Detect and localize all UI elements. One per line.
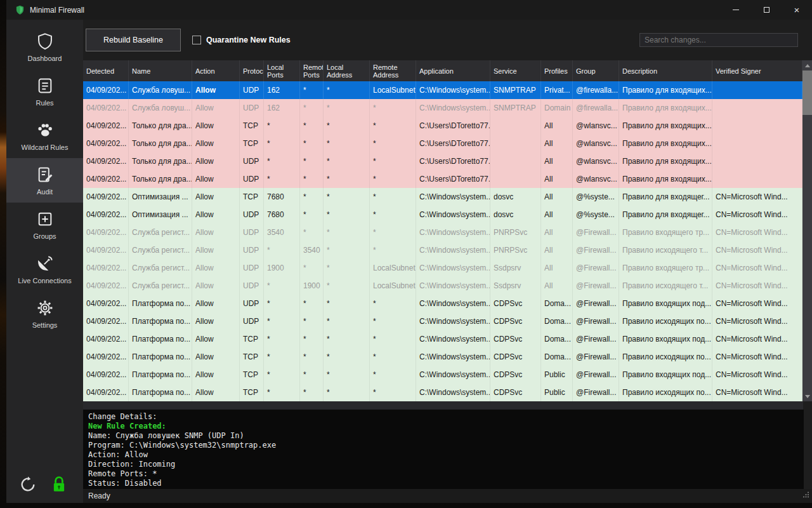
cell-proto: UDP	[240, 295, 264, 312]
column-header[interactable]: Local Ports	[264, 60, 300, 81]
cell-local_ports: *	[264, 152, 300, 170]
cell-description: Правило исходящих по...	[619, 312, 712, 330]
detail-line: Remote Ports: *	[88, 469, 799, 479]
table-row[interactable]: 04/09/202...Служба регист...AllowUDP3540…	[83, 224, 802, 241]
column-header[interactable]: Local Address	[324, 60, 370, 81]
table-body: 04/09/202...Служба ловуш...AllowUDP162**…	[83, 81, 812, 401]
cell-remote_address: *	[370, 312, 416, 330]
cell-action: Allow	[192, 224, 240, 241]
cell-proto: TCP	[240, 366, 264, 384]
group-box-plus-icon	[36, 210, 54, 228]
maximize-icon	[764, 7, 769, 13]
cell-local_address: *	[324, 241, 370, 259]
cell-detected: 04/09/202...	[83, 170, 129, 188]
table-row[interactable]: 04/09/202...Платформа по...AllowUDP****C…	[83, 295, 802, 312]
sidebar-item-audit[interactable]: Audit	[6, 158, 83, 203]
lock-icon[interactable]	[51, 475, 67, 497]
refresh-icon[interactable]	[19, 476, 37, 496]
change-details-panel: Change Details: New Rule Created: Name: …	[83, 410, 804, 489]
cell-remote_address: *	[370, 188, 416, 206]
cell-name: Только для дра...	[129, 170, 192, 188]
column-header[interactable]: Group	[573, 60, 619, 81]
cell-remote_address: *	[370, 117, 416, 135]
table-row[interactable]: 04/09/202...Только для дра...AllowTCP***…	[83, 135, 802, 152]
cell-application: C:\Windows\system...	[416, 259, 490, 277]
cell-detected: 04/09/202...	[83, 295, 129, 312]
cell-name: Оптимизация ...	[129, 206, 192, 224]
sidebar-item-rules[interactable]: Rules	[6, 69, 83, 114]
app-window: Minimal Firewall × Dashboard Rules Wildc…	[6, 0, 812, 503]
sidebar-item-dashboard[interactable]: Dashboard	[6, 25, 83, 69]
table-row[interactable]: 04/09/202...Платформа по...AllowTCP****C…	[83, 330, 802, 348]
sidebar-item-label: Groups	[33, 232, 56, 240]
sidebar-item-live-connections[interactable]: Live Connections	[6, 247, 83, 291]
table-row[interactable]: 04/09/202...Платформа по...AllowTCP****C…	[83, 366, 802, 384]
cell-action: Allow	[192, 295, 240, 312]
column-header[interactable]: Profiles	[541, 60, 573, 81]
cell-application: C:\Windows\system...	[416, 224, 490, 241]
table-row[interactable]: 04/09/202...Только для дра...AllowUDP***…	[83, 170, 802, 188]
cell-group: @Firewall...	[573, 312, 619, 330]
cell-remote_address: LocalSubnet	[370, 259, 416, 277]
scroll-down-icon[interactable]	[802, 391, 812, 401]
detail-line: Action: Allow	[88, 450, 799, 460]
vertical-scrollbar[interactable]	[802, 60, 812, 401]
cell-service: Ssdpsrv	[490, 259, 541, 277]
column-header[interactable]: Protocol	[240, 60, 264, 81]
column-header[interactable]: Description	[619, 60, 712, 81]
table-row[interactable]: 04/09/202...Служба регист...AllowUDP1900…	[83, 259, 802, 277]
table-row[interactable]: 04/09/202...Только для дра...AllowTCP***…	[83, 117, 802, 135]
table-header: DetectedNameActionProtocolLocal PortsRem…	[83, 60, 802, 81]
cell-description: Правило входящих под...	[619, 295, 712, 312]
column-header[interactable]: Verified Signer	[712, 60, 802, 81]
table-row[interactable]: 04/09/202...Служба ловуш...AllowUDP162**…	[83, 99, 802, 117]
table-row[interactable]: 04/09/202...Оптимизация ...AllowUDP7680*…	[83, 206, 802, 224]
column-header[interactable]: Name	[129, 60, 192, 81]
cell-detected: 04/09/202...	[83, 152, 129, 170]
cell-proto: UDP	[240, 152, 264, 170]
rebuild-baseline-button[interactable]: Rebuild Baseline	[86, 29, 181, 51]
scroll-up-icon[interactable]	[802, 60, 812, 70]
app-shield-icon	[15, 5, 25, 15]
horizontal-scrollbar[interactable]	[83, 401, 803, 410]
cell-application: C:\Windows\system...	[416, 330, 490, 348]
cell-signer: CN=Microsoft Wind...	[712, 312, 802, 330]
cell-group: @Firewall...	[573, 366, 619, 384]
column-header[interactable]: Action	[192, 60, 240, 81]
sidebar-item-groups[interactable]: Groups	[6, 203, 83, 247]
sidebar-item-settings[interactable]: Settings	[6, 291, 83, 336]
table-row[interactable]: 04/09/202...Оптимизация ...AllowTCP7680*…	[83, 188, 802, 206]
table-row[interactable]: 04/09/202...Платформа по...AllowTCP****C…	[83, 348, 802, 366]
maximize-button[interactable]	[751, 0, 782, 20]
minimize-button[interactable]	[721, 0, 751, 20]
column-header[interactable]: Application	[416, 60, 490, 81]
cell-local_ports: 7680	[264, 206, 300, 224]
cell-action: Allow	[192, 384, 240, 401]
table-row[interactable]: 04/09/202...Только для дра...AllowUDP***…	[83, 152, 802, 170]
table-row[interactable]: 04/09/202...Служба регист...AllowUDP*190…	[83, 277, 802, 295]
cell-group: @wlansvc...	[573, 170, 619, 188]
column-header[interactable]: Service	[490, 60, 541, 81]
cell-profiles: All	[541, 170, 573, 188]
cell-name: Платформа по...	[129, 384, 192, 401]
cell-profiles: All	[541, 152, 573, 170]
close-button[interactable]: ×	[782, 0, 812, 20]
cell-remote_ports: *	[300, 224, 324, 241]
search-input[interactable]	[639, 33, 798, 47]
column-header[interactable]: Remote Ports	[300, 60, 324, 81]
quarantine-checkbox-row[interactable]: Quarantine New Rules	[192, 36, 291, 44]
table-row[interactable]: 04/09/202...Платформа по...AllowTCP****C…	[83, 384, 802, 401]
table-row[interactable]: 04/09/202...Служба регист...AllowUDP*354…	[83, 241, 802, 259]
sidebar-item-label: Settings	[32, 321, 58, 329]
column-header[interactable]: Detected	[83, 60, 129, 81]
table-row[interactable]: 04/09/202...Служба ловуш...AllowUDP162**…	[83, 81, 802, 99]
sidebar-item-wildcard-rules[interactable]: Wildcard Rules	[6, 114, 83, 158]
scrollbar-thumb[interactable]	[802, 70, 812, 115]
table-row[interactable]: 04/09/202...Платформа по...AllowUDP****C…	[83, 312, 802, 330]
cell-local_ports: *	[264, 348, 300, 366]
column-header[interactable]: Remote Address	[370, 60, 416, 81]
cell-remote_address: *	[370, 135, 416, 152]
resize-grip[interactable]	[802, 490, 809, 501]
quarantine-checkbox[interactable]	[192, 36, 201, 44]
cell-remote_ports: *	[300, 312, 324, 330]
